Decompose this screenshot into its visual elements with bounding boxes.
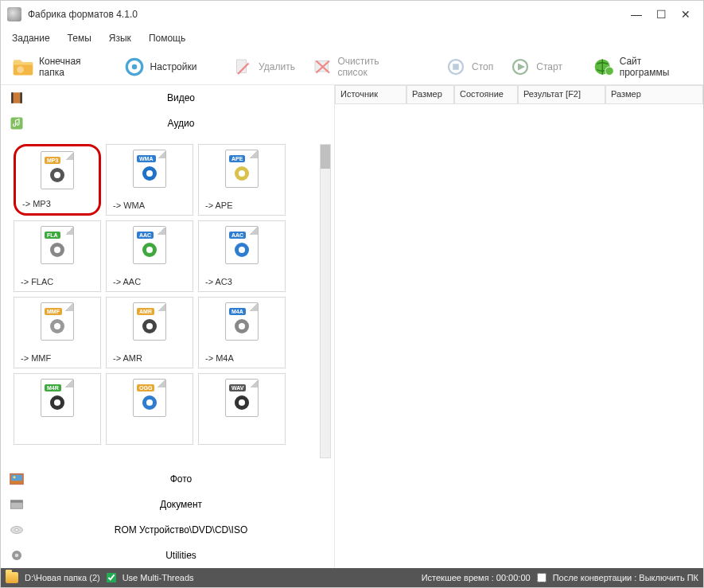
file-icon: AAC: [133, 226, 166, 264]
format-visual-icon: [47, 392, 68, 413]
format-card-ape[interactable]: APE-> APE: [198, 144, 286, 216]
category-utilities[interactable]: Utilities: [1, 543, 334, 568]
format-tag: MMF: [45, 308, 62, 315]
menu-bar: Задание Темы Язык Помощь: [1, 28, 703, 49]
format-card-aac[interactable]: AAC-> AC3: [198, 220, 286, 292]
settings-button[interactable]: Настройки: [117, 53, 204, 81]
music-icon: [9, 115, 25, 131]
format-card-fla[interactable]: FLA-> FLAC: [14, 220, 101, 292]
col-result[interactable]: Результат [F2]: [518, 85, 605, 104]
stop-button[interactable]: Стоп: [438, 53, 500, 81]
category-video[interactable]: Видео: [1, 85, 334, 111]
format-label: -> AAC: [107, 277, 141, 286]
format-visual-icon: [139, 239, 160, 260]
status-path[interactable]: D:\Новая папка (2): [25, 573, 100, 582]
format-label: -> MMF: [14, 353, 51, 363]
stop-icon: [445, 56, 467, 78]
file-icon: OGG: [133, 379, 166, 417]
scrollbar[interactable]: [320, 144, 331, 458]
format-tag: M4R: [45, 384, 61, 391]
menu-language[interactable]: Язык: [109, 33, 131, 44]
format-card-mp3[interactable]: MP3-> MP3: [14, 144, 101, 216]
svg-point-25: [239, 247, 245, 253]
elapsed-time: Истекшее время : 00:00:00: [422, 573, 531, 582]
file-icon: M4A: [225, 302, 259, 341]
format-card-aac[interactable]: AAC-> AAC: [106, 220, 193, 292]
scrollbar-thumb[interactable]: [321, 145, 330, 169]
col-size[interactable]: Размер: [406, 85, 454, 104]
right-pane: Источник Размер Состояние Результат [F2]…: [335, 85, 703, 568]
category-document[interactable]: Документ: [1, 492, 334, 517]
clear-icon: [311, 56, 333, 78]
format-card-ogg[interactable]: OGG: [106, 373, 193, 445]
format-card-wma[interactable]: WMA-> WMA: [106, 144, 193, 216]
format-visual-icon: [139, 392, 160, 413]
file-icon: MMF: [41, 302, 74, 341]
svg-point-31: [239, 323, 245, 329]
globe-icon: [593, 56, 615, 78]
format-card-mmf[interactable]: MMF-> MMF: [14, 297, 101, 368]
format-label: -> AC3: [199, 277, 232, 286]
delete-icon: [231, 56, 254, 78]
svg-point-23: [146, 247, 153, 253]
svg-rect-12: [21, 92, 22, 103]
file-icon: AAC: [225, 226, 259, 264]
file-icon: APE: [225, 150, 259, 188]
format-visual-icon: [139, 316, 160, 337]
file-icon: AMR: [133, 302, 166, 341]
title-bar: Фабрика форматов 4.1.0 — ☐ ✕: [1, 1, 703, 28]
format-visual-icon: [231, 316, 252, 337]
disc-icon: [9, 522, 25, 538]
svg-point-46: [15, 554, 19, 558]
format-visual-icon: [47, 165, 68, 185]
clear-list-button[interactable]: Очистить список: [305, 53, 417, 81]
format-card-m4r[interactable]: M4R: [14, 373, 101, 445]
format-card-amr[interactable]: AMR-> AMR: [106, 297, 193, 368]
category-audio[interactable]: Аудио: [1, 111, 334, 136]
category-rom[interactable]: ROM Устройство\DVD\CD\ISO: [1, 517, 334, 543]
format-grid: MP3-> MP3WMA-> WMAAPE-> APEFLA-> FLACAAC…: [1, 136, 334, 466]
maximize-button[interactable]: ☐: [656, 8, 667, 21]
format-visual-icon: [139, 163, 160, 184]
format-visual-icon: [47, 316, 68, 337]
start-button[interactable]: Старт: [503, 53, 569, 81]
svg-rect-39: [11, 475, 22, 481]
after-convert-checkbox[interactable]: [537, 573, 546, 582]
format-tag: FLA: [45, 232, 60, 239]
col-size2[interactable]: Размер: [605, 85, 703, 104]
film-icon: [9, 90, 25, 106]
svg-point-27: [54, 323, 60, 329]
format-tag: AAC: [229, 232, 246, 239]
folder-icon: [12, 56, 34, 78]
svg-point-40: [14, 476, 16, 478]
format-tag: APE: [229, 155, 245, 162]
output-folder-button[interactable]: Конечная папка: [6, 53, 114, 81]
format-visual-icon: [231, 163, 252, 184]
list-headers: Источник Размер Состояние Результат [F2]…: [335, 85, 703, 104]
svg-point-44: [15, 529, 19, 532]
svg-point-19: [239, 170, 245, 177]
website-button[interactable]: Сайт программы: [586, 53, 698, 81]
menu-help[interactable]: Помощь: [149, 33, 185, 44]
col-state[interactable]: Состояние: [454, 85, 518, 104]
minimize-button[interactable]: —: [631, 8, 642, 21]
photo-icon: [9, 471, 25, 487]
format-tag: M4A: [229, 308, 246, 315]
col-source[interactable]: Источник: [335, 85, 406, 104]
menu-themes[interactable]: Темы: [68, 33, 91, 44]
folder-mini-icon[interactable]: [6, 572, 18, 583]
format-card-m4a[interactable]: M4A-> M4A: [198, 297, 286, 368]
format-tag: WAV: [229, 384, 246, 391]
file-icon: MP3: [41, 151, 74, 189]
menu-task[interactable]: Задание: [12, 33, 50, 44]
app-icon: [7, 7, 21, 21]
format-card-wav[interactable]: WAV: [198, 373, 286, 445]
delete-button[interactable]: Удалить: [225, 53, 301, 81]
category-photo[interactable]: Фото: [1, 466, 334, 492]
multi-threads-checkbox[interactable]: [107, 573, 116, 582]
format-visual-icon: [47, 239, 68, 260]
close-button[interactable]: ✕: [681, 8, 690, 21]
svg-point-37: [239, 399, 245, 406]
format-tag: MP3: [45, 157, 60, 164]
after-convert-label: После конвертации : Выключить ПК: [553, 573, 698, 582]
